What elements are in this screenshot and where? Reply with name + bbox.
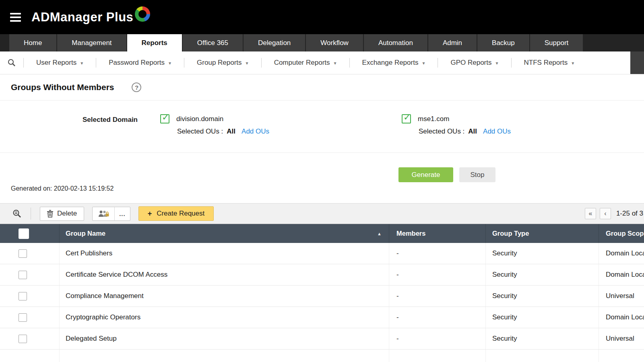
selected-ous-label: Selected OUs :: [177, 128, 223, 136]
first-page-button[interactable]: «: [585, 208, 596, 219]
delete-button[interactable]: Delete: [40, 207, 84, 221]
tab-support[interactable]: Support: [530, 34, 583, 51]
subnav-item-label: User Reports: [36, 59, 76, 67]
admanager-plus-app: ADManager Plus HomeManagementReportsOffi…: [0, 0, 644, 362]
tab-automation[interactable]: Automation: [364, 34, 427, 51]
column-header-group-type[interactable]: Group Type: [486, 224, 599, 243]
empty-cell: [60, 350, 389, 362]
group-type-cell: Security: [486, 286, 599, 306]
domain-selection: Selected Domain ✓ division.domain Select…: [0, 101, 644, 153]
select-all-cell: [0, 224, 60, 243]
group-name-cell: Cert Publishers: [60, 243, 389, 264]
selected-ous-value: All: [468, 128, 477, 136]
pagination-range: 1-25 of 3: [616, 210, 643, 218]
group-scope-cell: Domain Local: [599, 264, 644, 285]
chevron-down-icon: ▾: [496, 60, 498, 66]
subnav-items: User Reports▾Password Reports▾Group Repo…: [23, 51, 587, 74]
group-permissions-button[interactable]: [93, 207, 114, 220]
tab-management[interactable]: Management: [57, 34, 126, 51]
tab-workflow[interactable]: Workflow: [306, 34, 363, 51]
app-logo: ADManager Plus: [31, 10, 150, 25]
generate-button[interactable]: Generate: [398, 167, 453, 182]
row-checkbox[interactable]: [19, 313, 27, 322]
create-request-button[interactable]: + Create Request: [138, 206, 214, 221]
groups-table: Group Name ▲ Members Group Type Group Sc…: [0, 224, 644, 362]
row-checkbox[interactable]: [19, 249, 27, 258]
subnav-item-password-reports[interactable]: Password Reports▾: [96, 51, 184, 74]
page-header: Groups Without Members ?: [0, 74, 644, 101]
domain-checkbox[interactable]: ✓: [160, 114, 169, 123]
group-name-cell: Delegated Setup: [60, 328, 389, 349]
row-checkbox[interactable]: [19, 271, 27, 279]
row-checkbox[interactable]: [19, 335, 27, 343]
empty-cell: [599, 350, 644, 362]
group-scope-cell: Domain Local: [599, 307, 644, 328]
prev-page-button[interactable]: ‹: [600, 208, 611, 219]
select-all-checkbox[interactable]: [19, 228, 29, 239]
group-name-cell: Compliance Management: [60, 286, 389, 306]
chevron-down-icon: ▾: [422, 60, 425, 66]
logo-swirl-icon: [135, 6, 150, 22]
subnav-item-ntfs-reports[interactable]: NTFS Reports▾: [511, 51, 587, 74]
domain-checkbox[interactable]: ✓: [402, 114, 411, 123]
check-icon: ✓: [403, 112, 411, 123]
members-cell: -: [389, 307, 486, 328]
subnav-item-label: NTFS Reports: [524, 59, 568, 67]
group-type-cell: Security: [486, 307, 599, 328]
tab-admin[interactable]: Admin: [428, 34, 477, 51]
subnav-item-label: Password Reports: [109, 59, 165, 67]
column-header-group-name[interactable]: Group Name ▲: [60, 224, 389, 243]
column-header-group-scope[interactable]: Group Scope: [599, 224, 644, 243]
group-scope-cell: Domain Local: [599, 243, 644, 264]
group-type-cell: Security: [486, 264, 599, 285]
column-header-label: Group Name: [66, 230, 105, 237]
topbar: ADManager Plus: [0, 0, 644, 34]
subnav-item-group-reports[interactable]: Group Reports▾: [184, 51, 261, 74]
subnav-item-computer-reports[interactable]: Computer Reports▾: [261, 51, 349, 74]
table-toolbar: Delete ... + Create Request « ‹ 1-25 of …: [0, 203, 644, 224]
tab-delegation[interactable]: Delegation: [244, 34, 305, 51]
subnav-item-user-reports[interactable]: User Reports▾: [23, 51, 96, 74]
domain-name: mse1.com: [418, 115, 449, 123]
table-row: Delegated Setup-SecurityUniversal: [0, 328, 644, 350]
help-icon[interactable]: ?: [132, 82, 141, 92]
users-lock-icon: [98, 210, 109, 218]
column-header-members[interactable]: Members: [389, 224, 486, 243]
selected-ous-value: All: [227, 128, 235, 136]
subnav-scroll-right-button[interactable]: [630, 51, 644, 74]
group-actions-button-group: ...: [92, 207, 130, 221]
trash-icon: [47, 210, 53, 218]
row-checkbox-cell: [0, 264, 60, 285]
tab-backup[interactable]: Backup: [477, 34, 529, 51]
members-cell: -: [389, 328, 486, 349]
subnav-item-gpo-reports[interactable]: GPO Reports▾: [438, 51, 511, 74]
group-name-cell: Certificate Service DCOM Access: [60, 264, 389, 285]
tab-reports[interactable]: Reports: [127, 34, 182, 51]
more-actions-button[interactable]: ...: [114, 207, 130, 220]
generate-section: Generate Stop Generated on: 2020-02-13 1…: [0, 153, 644, 203]
subnav-item-exchange-reports[interactable]: Exchange Reports▾: [349, 51, 438, 74]
subnav-item-label: Computer Reports: [274, 59, 330, 67]
sort-asc-icon: ▲: [377, 231, 382, 236]
empty-cell: [389, 350, 486, 362]
search-icon[interactable]: [12, 209, 22, 218]
stop-button[interactable]: Stop: [459, 167, 495, 182]
row-checkbox[interactable]: [19, 292, 27, 300]
table-header: Group Name ▲ Members Group Type Group Sc…: [0, 224, 644, 243]
tab-home[interactable]: Home: [9, 34, 56, 51]
selected-ous-label: Selected OUs :: [419, 128, 464, 136]
add-ous-link[interactable]: Add OUs: [483, 128, 511, 136]
row-checkbox-cell: [0, 286, 60, 306]
group-scope-cell: Universal: [599, 286, 644, 306]
menu-icon[interactable]: [10, 13, 21, 22]
pagination: « ‹ 1-25 of 3: [581, 208, 643, 219]
add-ous-link[interactable]: Add OUs: [242, 128, 269, 136]
main-nav: HomeManagementReportsOffice 365Delegatio…: [0, 34, 644, 51]
table-row: Cert Publishers-SecurityDomain Local: [0, 243, 644, 264]
tab-office-365[interactable]: Office 365: [183, 34, 243, 51]
group-name-cell: Cryptographic Operators: [60, 307, 389, 328]
chevron-down-icon: ▾: [246, 60, 248, 66]
domain-division: ✓ division.domain Selected OUs : All Add…: [160, 114, 269, 136]
table-row-partial: [0, 350, 644, 362]
search-icon[interactable]: [0, 58, 23, 67]
